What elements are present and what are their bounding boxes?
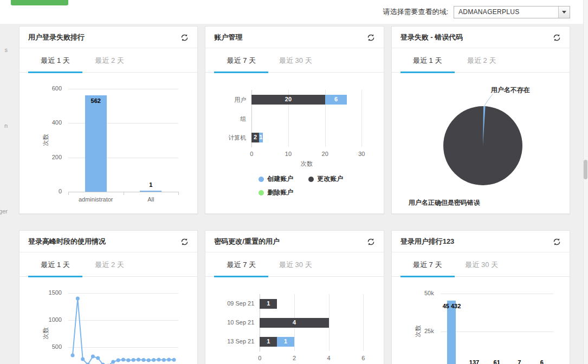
- legend-label: 更改账户: [317, 174, 343, 184]
- card-tabs: 最近 7 天 最近 30 天: [205, 48, 383, 73]
- refresh-icon[interactable]: [553, 34, 561, 42]
- tab-last-30-days[interactable]: 最近 30 天: [268, 48, 322, 72]
- tab-last-2-days[interactable]: 最近 2 天: [455, 48, 509, 72]
- domain-select[interactable]: ADMANAGERPLUS: [454, 6, 570, 18]
- card-header: 登录高峰时段的使用情况: [20, 231, 197, 252]
- card-password-changed-users: 密码更改/重置的用户 最近 7 天 最近 30 天 024609 Sep 211…: [205, 230, 384, 364]
- card-login-user-ranking: 登录用户排行123 最近 7 天 最近 30 天 次数25k50k45 4321…: [391, 230, 570, 364]
- card-tabs: 最近 1 天 最近 2 天: [20, 48, 197, 73]
- legend-item[interactable]: 更改账户: [308, 174, 343, 184]
- card-header: 登录用户排行123: [392, 231, 570, 252]
- card-title: 登录用户排行123: [400, 237, 455, 246]
- card-header: 用户登录失败排行: [20, 27, 197, 48]
- scrollbar-thumb[interactable]: [584, 160, 587, 179]
- scrollbar[interactable]: [583, 0, 588, 364]
- card-title: 账户管理: [214, 32, 242, 42]
- card-title: 登录高峰时段的使用情况: [28, 237, 106, 246]
- card-login-failure-ranking: 用户登录失败排行 最近 1 天 最近 2 天 次数0200400600562ad…: [19, 26, 198, 214]
- legend-marker-icon: [308, 177, 314, 182]
- chart-login-user-bar: 次数25k50k45 4321376176: [392, 282, 570, 364]
- card-tabs: 最近 7 天 最近 30 天: [205, 252, 383, 277]
- refresh-icon[interactable]: [553, 238, 561, 246]
- refresh-icon[interactable]: [367, 34, 375, 42]
- background-text-fragment: n: [0, 122, 8, 129]
- legend-item[interactable]: 创建账户: [259, 174, 293, 184]
- card-login-peak-usage: 登录高峰时段的使用情况 最近 1 天 最近 2 天 次数50010001500: [19, 230, 198, 364]
- card-tabs: 最近 7 天 最近 30 天: [392, 252, 570, 277]
- tab-last-1-day[interactable]: 最近 1 天: [28, 252, 82, 276]
- chart-password-reset-stacked-bar: 024609 Sep 21110 Sep 21413 Sep 2111: [205, 282, 383, 363]
- legend-marker-icon: [259, 177, 264, 182]
- card-header: 账户管理: [205, 27, 383, 48]
- domain-select-value: ADMANAGERPLUS: [454, 8, 558, 16]
- tab-last-30-days[interactable]: 最近 30 天: [455, 252, 509, 276]
- dashboard-grid: 用户登录失败排行 最近 1 天 最近 2 天 次数0200400600562ad…: [0, 24, 588, 364]
- chart-error-code-pie: 用户名不存在用户名正确但是密码错误: [392, 78, 570, 213]
- chart-peak-usage-line: 次数50010001500: [20, 282, 197, 364]
- tab-last-7-days[interactable]: 最近 7 天: [214, 48, 268, 72]
- legend-label: 删除账户: [267, 188, 293, 197]
- card-title: 用户登录失败排行: [28, 32, 85, 42]
- background-text-fragment: s: [0, 47, 8, 53]
- chevron-down-icon[interactable]: [558, 6, 570, 18]
- card-login-failure-error-codes: 登录失败 - 错误代码 最近 1 天 最近 2 天 用户名不存在用户名正确但是密…: [391, 26, 570, 214]
- tab-last-7-days[interactable]: 最近 7 天: [400, 252, 455, 276]
- tab-last-2-days[interactable]: 最近 2 天: [82, 252, 137, 276]
- tab-last-1-day[interactable]: 最近 1 天: [28, 48, 82, 72]
- domain-select-label: 请选择需要查看的域:: [383, 7, 448, 17]
- tab-last-7-days[interactable]: 最近 7 天: [214, 252, 268, 276]
- chart-legend: 创建账户更改账户删除账户: [259, 174, 384, 197]
- chart-login-failure-bar: 次数0200400600562administrator1All: [20, 78, 197, 209]
- card-account-management: 账户管理 最近 7 天 最近 30 天 0102030次数用户206组计算机21…: [205, 26, 384, 214]
- refresh-icon[interactable]: [180, 238, 189, 246]
- card-tabs: 最近 1 天 最近 2 天: [392, 48, 570, 73]
- background-text-fragment: ger: [0, 208, 8, 214]
- card-title: 密码更改/重置的用户: [214, 237, 280, 246]
- top-bar: 请选择需要查看的域: ADMANAGERPLUS: [0, 0, 588, 24]
- card-tabs: 最近 1 天 最近 2 天: [20, 252, 197, 277]
- tab-last-30-days[interactable]: 最近 30 天: [268, 252, 322, 276]
- top-left-green-button[interactable]: [11, 0, 68, 5]
- chart-account-management-stacked-bar: 0102030次数用户206组计算机21: [205, 78, 383, 166]
- card-header: 登录失败 - 错误代码: [392, 27, 570, 48]
- legend-item[interactable]: 删除账户: [259, 188, 293, 197]
- card-header: 密码更改/重置的用户: [205, 231, 383, 252]
- legend-marker-icon: [259, 190, 264, 196]
- refresh-icon[interactable]: [180, 34, 189, 42]
- card-title: 登录失败 - 错误代码: [400, 32, 463, 42]
- tab-last-2-days[interactable]: 最近 2 天: [82, 48, 137, 72]
- refresh-icon[interactable]: [367, 238, 375, 246]
- legend-label: 创建账户: [267, 174, 293, 184]
- tab-last-1-day[interactable]: 最近 1 天: [400, 48, 455, 72]
